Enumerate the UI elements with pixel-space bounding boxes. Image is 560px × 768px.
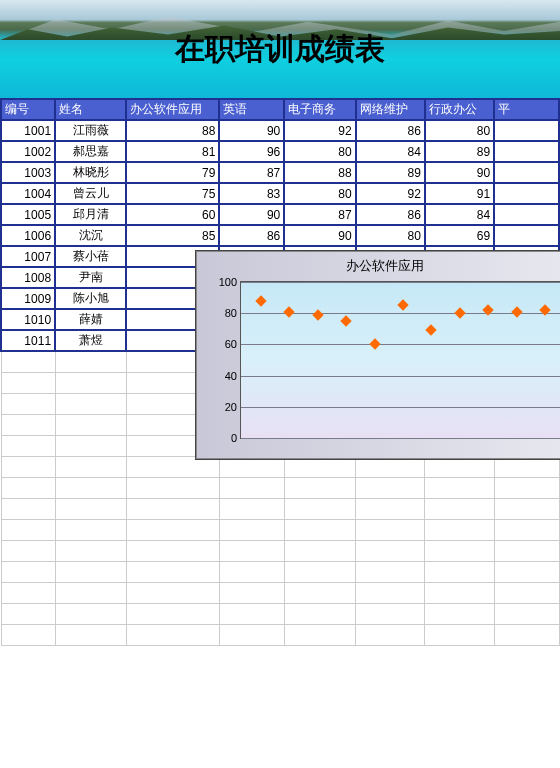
data-point: [454, 308, 465, 319]
col-avg[interactable]: 平: [494, 99, 559, 120]
cell-net[interactable]: 89: [356, 162, 425, 183]
cell-ecom[interactable]: 87: [284, 204, 355, 225]
cell-name[interactable]: 陈小旭: [55, 288, 126, 309]
table-row: 1002郝思嘉8196808489: [1, 141, 559, 162]
data-point: [255, 295, 266, 306]
cell-avg[interactable]: [494, 162, 559, 183]
cell-eng[interactable]: 90: [219, 120, 284, 141]
cell-id[interactable]: 1004: [1, 183, 55, 204]
chart-box[interactable]: 办公软件应用 020406080100: [195, 250, 560, 460]
cell-id[interactable]: 1007: [1, 246, 55, 267]
data-point: [284, 306, 295, 317]
cell-avg[interactable]: [494, 225, 559, 246]
cell-name[interactable]: 萧煜: [55, 330, 126, 351]
gridline: [241, 407, 560, 408]
cell-soft[interactable]: 79: [126, 162, 219, 183]
y-tick-label: 80: [201, 307, 241, 319]
cell-admin[interactable]: 69: [425, 225, 494, 246]
cell-id[interactable]: 1001: [1, 120, 55, 141]
data-point: [312, 309, 323, 320]
cell-eng[interactable]: 90: [219, 204, 284, 225]
data-point: [340, 315, 351, 326]
cell-ecom[interactable]: 88: [284, 162, 355, 183]
chart-title: 办公软件应用: [196, 251, 560, 279]
cell-ecom[interactable]: 92: [284, 120, 355, 141]
y-tick-label: 100: [201, 276, 241, 288]
cell-eng[interactable]: 83: [219, 183, 284, 204]
cell-admin[interactable]: 89: [425, 141, 494, 162]
cell-soft[interactable]: 60: [126, 204, 219, 225]
cell-name[interactable]: 蔡小蓓: [55, 246, 126, 267]
gridline: [241, 438, 560, 439]
col-eng[interactable]: 英语: [219, 99, 284, 120]
empty-row: [1, 624, 559, 645]
cell-net[interactable]: 84: [356, 141, 425, 162]
empty-row: [1, 561, 559, 582]
cell-net[interactable]: 80: [356, 225, 425, 246]
cell-soft[interactable]: 75: [126, 183, 219, 204]
header-banner: 在职培训成绩表: [0, 0, 560, 98]
table-row: 1006沈沉8586908069: [1, 225, 559, 246]
col-ecom[interactable]: 电子商务: [284, 99, 355, 120]
cell-eng[interactable]: 87: [219, 162, 284, 183]
gridline: [241, 344, 560, 345]
cell-name[interactable]: 郝思嘉: [55, 141, 126, 162]
plot-area: 020406080100: [240, 281, 560, 439]
data-point: [426, 325, 437, 336]
cell-id[interactable]: 1002: [1, 141, 55, 162]
empty-row: [1, 603, 559, 624]
cell-avg[interactable]: [494, 141, 559, 162]
cell-admin[interactable]: 91: [425, 183, 494, 204]
data-point: [369, 339, 380, 350]
cell-ecom[interactable]: 80: [284, 141, 355, 162]
cell-soft[interactable]: 85: [126, 225, 219, 246]
cell-soft[interactable]: 81: [126, 141, 219, 162]
table-row: 1004曾云儿7583809291: [1, 183, 559, 204]
cell-net[interactable]: 92: [356, 183, 425, 204]
cell-id[interactable]: 1005: [1, 204, 55, 225]
cell-id[interactable]: 1011: [1, 330, 55, 351]
cell-admin[interactable]: 84: [425, 204, 494, 225]
cell-name[interactable]: 尹南: [55, 267, 126, 288]
y-tick-label: 0: [201, 432, 241, 444]
empty-row: [1, 582, 559, 603]
cell-id[interactable]: 1003: [1, 162, 55, 183]
empty-row: [1, 519, 559, 540]
cell-name[interactable]: 江雨薇: [55, 120, 126, 141]
col-id[interactable]: 编号: [1, 99, 55, 120]
cell-ecom[interactable]: 90: [284, 225, 355, 246]
cell-soft[interactable]: 88: [126, 120, 219, 141]
cell-id[interactable]: 1008: [1, 267, 55, 288]
col-net[interactable]: 网络维护: [356, 99, 425, 120]
cell-net[interactable]: 86: [356, 204, 425, 225]
data-point: [511, 306, 522, 317]
cell-name[interactable]: 林晓彤: [55, 162, 126, 183]
cell-eng[interactable]: 86: [219, 225, 284, 246]
col-name[interactable]: 姓名: [55, 99, 126, 120]
cell-ecom[interactable]: 80: [284, 183, 355, 204]
table-row: 1005邱月清6090878684: [1, 204, 559, 225]
col-admin[interactable]: 行政办公: [425, 99, 494, 120]
header-row: 编号 姓名 办公软件应用 英语 电子商务 网络维护 行政办公 平: [1, 99, 559, 120]
cell-admin[interactable]: 80: [425, 120, 494, 141]
gridline: [241, 376, 560, 377]
cell-avg[interactable]: [494, 183, 559, 204]
cell-id[interactable]: 1010: [1, 309, 55, 330]
cell-avg[interactable]: [494, 204, 559, 225]
cell-name[interactable]: 邱月清: [55, 204, 126, 225]
cell-avg[interactable]: [494, 120, 559, 141]
cell-id[interactable]: 1006: [1, 225, 55, 246]
gridline: [241, 282, 560, 283]
cell-name[interactable]: 薛婧: [55, 309, 126, 330]
cell-id[interactable]: 1009: [1, 288, 55, 309]
empty-row: [1, 498, 559, 519]
cell-net[interactable]: 86: [356, 120, 425, 141]
cell-name[interactable]: 曾云儿: [55, 183, 126, 204]
cell-name[interactable]: 沈沉: [55, 225, 126, 246]
cell-admin[interactable]: 90: [425, 162, 494, 183]
empty-row: [1, 477, 559, 498]
col-soft[interactable]: 办公软件应用: [126, 99, 219, 120]
cell-eng[interactable]: 96: [219, 141, 284, 162]
empty-row: [1, 540, 559, 561]
table-row: 1001江雨薇8890928680: [1, 120, 559, 141]
